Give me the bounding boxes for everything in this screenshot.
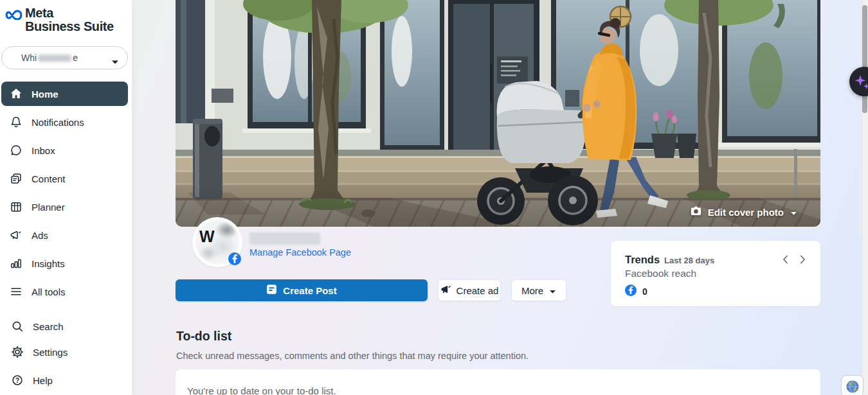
edit-cover-photo-label: Edit cover photo <box>708 207 784 218</box>
trends-metric-label: Facebook reach <box>625 268 806 279</box>
gear-icon <box>11 346 24 358</box>
meta-business-suite-app: Meta Business Suite Whi e Home <box>0 0 868 395</box>
todo-list-card: You're up to date on your to-do list. <box>176 369 820 395</box>
home-icon <box>10 87 23 100</box>
page-name-redacted <box>249 233 320 245</box>
sidebar-item-search[interactable]: Search <box>3 314 124 338</box>
logo-line1: Meta <box>25 6 53 20</box>
create-post-button[interactable]: Create Post <box>176 279 428 301</box>
calendar-icon <box>10 200 23 213</box>
sidebar-footer: Search Settings ? Help <box>3 314 124 395</box>
edit-cover-photo-button[interactable]: Edit cover photo <box>690 206 797 218</box>
sidebar-item-label: Help <box>33 375 53 386</box>
sparkles-icon <box>853 74 868 91</box>
scrollbar-thumb[interactable] <box>862 5 867 113</box>
business-selector[interactable]: Whi e <box>1 46 128 69</box>
search-icon <box>11 320 24 333</box>
facebook-reach-value: 0 <box>642 286 647 297</box>
todo-list-description: Check unread messages, comments and othe… <box>176 351 529 361</box>
help-icon: ? <box>11 374 24 387</box>
cover-photo: Edit cover photo <box>176 0 820 227</box>
chevron-down-icon <box>790 207 797 218</box>
content-icon <box>10 172 23 185</box>
sidebar-item-notifications[interactable]: Notifications <box>1 110 128 134</box>
chat-icon <box>10 144 23 157</box>
sidebar-item-planner[interactable]: Planner <box>1 195 128 219</box>
globe-icon <box>845 380 860 394</box>
facebook-badge-icon <box>228 252 241 265</box>
create-ad-label: Create ad <box>457 285 499 296</box>
menu-icon <box>10 285 23 298</box>
trends-period: Last 28 days <box>664 256 714 265</box>
sidebar-item-label: All tools <box>32 286 66 297</box>
manage-facebook-page-link[interactable]: Manage Facebook Page <box>249 247 351 258</box>
sidebar-item-label: Content <box>32 173 66 184</box>
create-ad-button[interactable]: Create ad <box>438 279 501 301</box>
more-label: More <box>521 285 543 296</box>
redacted-text-blur <box>38 55 71 62</box>
sidebar-item-label: Settings <box>33 347 68 358</box>
sidebar-item-settings[interactable]: Settings <box>3 340 124 364</box>
language-globe-button[interactable] <box>841 375 863 395</box>
sidebar-item-ads[interactable]: Ads <box>1 223 128 247</box>
sidebar-item-insights[interactable]: Insights <box>1 251 128 276</box>
bell-icon <box>10 116 23 128</box>
megaphone-icon <box>440 284 457 297</box>
sidebar: Meta Business Suite Whi e Home <box>0 0 132 395</box>
logo-text: Meta Business Suite <box>25 6 114 33</box>
meta-business-suite-logo[interactable]: Meta Business Suite <box>5 6 114 33</box>
create-post-label: Create Post <box>283 285 336 296</box>
sidebar-item-help[interactable]: ? Help <box>3 368 124 392</box>
cover-photo-illustration <box>176 0 820 227</box>
camera-icon <box>690 206 702 218</box>
sidebar-item-label: Search <box>33 321 64 332</box>
trends-prev-button[interactable] <box>781 254 791 265</box>
sidebar-item-inbox[interactable]: Inbox <box>1 138 128 162</box>
sidebar-item-label: Inbox <box>32 145 55 156</box>
todo-empty-message: You're up to date on your to-do list. <box>176 369 820 395</box>
trends-next-button[interactable] <box>797 254 808 265</box>
sidebar-nav: Home Notifications Inbox Content <box>1 82 128 308</box>
sidebar-item-label: Home <box>32 89 59 100</box>
sidebar-item-label: Ads <box>32 230 48 241</box>
ai-assistant-button[interactable] <box>849 67 868 96</box>
megaphone-icon <box>10 229 23 241</box>
chevron-down-icon <box>543 285 556 296</box>
todo-list-title: To-do list <box>176 329 231 344</box>
facebook-icon <box>625 285 637 299</box>
svg-text:?: ? <box>15 377 19 384</box>
more-button[interactable]: More <box>511 279 566 301</box>
logo-line2: Business Suite <box>25 19 114 33</box>
trends-card: Trends Last 28 days Facebook reach 0 <box>611 241 820 306</box>
sidebar-item-content[interactable]: Content <box>1 166 128 191</box>
scrollbar-track <box>862 0 868 395</box>
sidebar-item-home[interactable]: Home <box>1 82 128 106</box>
sidebar-item-label: Insights <box>32 258 65 269</box>
trends-title: Trends <box>625 254 660 266</box>
chevron-down-icon <box>111 56 119 67</box>
sidebar-item-label: Planner <box>32 202 65 213</box>
sidebar-item-all-tools[interactable]: All tools <box>1 279 128 304</box>
sidebar-item-label: Notifications <box>32 117 84 128</box>
business-selector-value: Whi e <box>21 53 78 63</box>
meta-infinity-icon <box>5 8 23 22</box>
page-avatar[interactable]: W <box>194 218 241 266</box>
bar-chart-icon <box>10 257 23 270</box>
avatar-letter: W <box>199 227 215 246</box>
post-icon <box>266 284 283 297</box>
